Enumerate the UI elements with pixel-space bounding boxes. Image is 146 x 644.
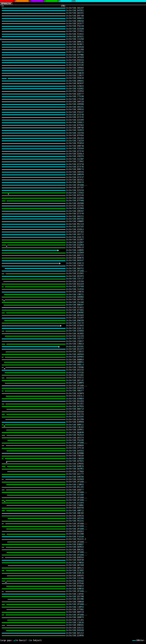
hit-label[interactable]: UniRef100_Q6N089 [66,444,84,447]
hit-label[interactable]: UniRef100_C31Z60 [66,38,84,40]
alignment-bar[interactable] [2,182,65,183]
alignment-bar[interactable] [2,122,65,123]
alignment-bar[interactable] [6,404,65,404]
hit-label[interactable]: UniRef100_C4HE56 [66,291,84,293]
hit-label[interactable]: UniRef100_A9BK60 [66,601,84,603]
hit-label[interactable]: UniRef100_Q71001 [66,309,84,312]
alignment-bar[interactable] [7,200,65,201]
hit-label[interactable]: UniRef100_Q32DK5 [66,272,84,275]
hit-label[interactable]: UniRef100_Q71F45 [66,116,84,118]
alignment-bar[interactable] [5,367,65,368]
alignment-bar[interactable] [6,500,65,501]
alignment-bar[interactable] [7,466,65,467]
alignment-bar[interactable] [4,320,65,321]
hit-label[interactable]: UniRef100_B9W1R9 [66,320,84,322]
hit-label[interactable]: UniRef100_B8B833 [66,17,84,20]
alignment-bar[interactable] [5,391,65,391]
alignment-bar[interactable] [2,375,65,376]
alignment-bar[interactable] [2,49,65,50]
hit-label[interactable]: UniRef100_A9P8H3 [66,67,84,69]
hit-label[interactable]: UniRef100_A8W711 [66,51,84,54]
alignment-bar[interactable] [2,188,65,188]
alignment-bar[interactable] [2,91,65,92]
hit-label[interactable]: UniRef100_B3TLR4 [66,194,84,197]
alignment-bar[interactable] [2,169,65,170]
hit-label[interactable]: UniRef100_A29833 [66,85,84,88]
hit-label[interactable]: UniRef100_B3TLM3 [66,62,84,64]
hit-label[interactable]: UniRef100_Q3HSV0 [66,46,84,48]
alignment-bar[interactable] [7,609,65,610]
alignment-bar[interactable] [2,534,5,534]
alignment-bar[interactable] [2,174,65,175]
alignment-bar[interactable] [4,305,65,306]
alignment-bar[interactable] [7,471,65,472]
hit-label[interactable]: UniRef100_C1BG36 [66,622,84,624]
alignment-bar[interactable] [6,461,65,462]
hit-label[interactable]: UniRef100_M5C319 [66,223,84,226]
alignment-bar[interactable] [2,190,65,191]
hit-label[interactable]: UniRef100_P93054 [66,142,84,144]
alignment-bar[interactable] [2,214,65,214]
alignment-bar[interactable] [2,487,65,488]
hit-label[interactable]: UniRef100_Q9KVQ7 [66,210,84,212]
hit-label[interactable]: UniRef100_Q65Q31 [66,36,84,38]
hit-label[interactable]: UniRef100_A6NJF7 [66,390,84,392]
alignment-bar[interactable] [2,521,65,522]
hit-label[interactable]: UniRef100_B2W3N2 [66,312,84,314]
hit-label[interactable]: UniRef100_C8ZH53 [66,129,84,132]
alignment-bar[interactable] [6,430,65,430]
hit-label[interactable]: UniRef100_B3L829 [66,283,84,285]
alignment-bar[interactable] [2,364,65,365]
hit-label[interactable]: UniRef100_C5G1W4 [66,301,84,304]
hit-label[interactable]: UniRef100_B8MGJ1 [66,41,84,43]
alignment-bar[interactable] [2,547,4,548]
hit-label[interactable]: UniRef100_Q2L998 [66,49,84,51]
alignment-bar[interactable] [2,516,65,516]
hit-label[interactable]: UniRef100_C5DD57 [66,340,84,343]
alignment-bar[interactable] [2,21,65,22]
alignment-bar[interactable] [2,338,65,339]
alignment-bar[interactable] [2,404,4,404]
hit-label[interactable]: UniRef100_B4JZE2 [66,403,84,405]
alignment-bar[interactable] [2,544,65,545]
hit-label[interactable]: UniRef100_B4TM26 [66,406,84,408]
alignment-bar[interactable] [2,414,5,415]
alignment-bar[interactable] [6,490,65,490]
alignment-bar[interactable] [2,250,57,250]
alignment-bar[interactable] [2,36,65,37]
alignment-bar[interactable] [2,555,65,555]
hit-label[interactable]: UniRef100_Q9IC12 [66,234,84,236]
hit-label[interactable]: UniRef100_B3NQ67 [66,544,84,546]
hit-label[interactable]: UniRef100_Q10CJ6 [66,572,84,574]
hit-label[interactable]: UniRef100_P10160 [66,536,84,538]
alignment-bar[interactable] [2,34,65,34]
alignment-bar[interactable] [2,570,4,571]
hit-label[interactable]: UniRef100_UP1000... [66,499,87,502]
alignment-bar[interactable] [7,625,65,626]
alignment-bar[interactable] [7,505,65,506]
hit-label[interactable]: UniRef100_Q09121 [66,567,84,569]
alignment-bar[interactable] [6,312,65,313]
alignment-bar[interactable] [2,10,65,11]
hit-label[interactable]: UniRef100_P56289 [66,439,84,442]
alignment-bar[interactable] [2,588,65,589]
hit-label[interactable]: UniRef100_B6K863 [66,530,84,533]
alignment-bar[interactable] [2,406,65,407]
hit-label[interactable]: UniRef100_B5L3V5 [66,486,84,488]
alignment-bar[interactable] [2,550,65,550]
alignment-bar[interactable] [5,479,65,480]
hit-label[interactable]: UniRef100_C1FD63 [66,192,84,194]
alignment-bar[interactable] [2,110,65,110]
hit-label[interactable]: UniRef100_C6SYE0 [66,132,84,134]
alignment-bar[interactable] [2,526,65,527]
alignment-bar[interactable] [2,310,65,310]
alignment-bar[interactable] [2,380,65,381]
alignment-bar[interactable] [2,68,65,68]
alignment-bar[interactable] [2,341,65,342]
hit-label[interactable]: UniRef100_Q32DK8 [66,208,84,210]
hit-label[interactable]: UniRef100_UP1000... [66,184,87,186]
hit-label[interactable]: UniRef100_Q71F49 [66,213,84,215]
hit-label[interactable]: UniRef100_A9PII8 [66,101,84,103]
alignment-bar[interactable] [2,180,65,180]
alignment-bar[interactable] [5,336,65,336]
